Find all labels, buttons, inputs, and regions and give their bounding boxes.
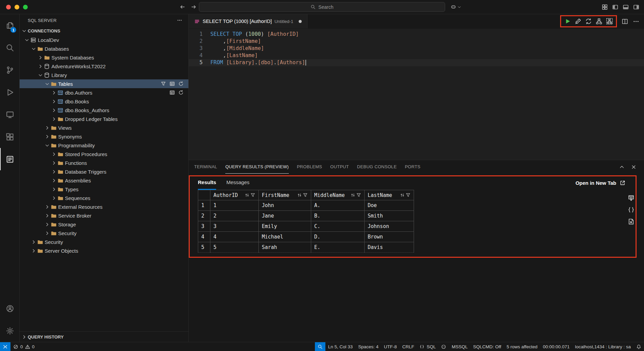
sort-icon[interactable] xyxy=(400,193,405,198)
copilot-menu[interactable] xyxy=(451,4,461,10)
row-number-cell[interactable]: 3 xyxy=(198,221,210,232)
status-zoom[interactable] xyxy=(315,342,325,351)
status-elapsed-time[interactable]: 00:00:00.071 xyxy=(540,342,572,351)
tree-item-storage[interactable]: Storage xyxy=(20,220,188,229)
toggle-primary-sidebar-icon[interactable] xyxy=(612,4,618,10)
close-window-button[interactable] xyxy=(6,5,11,9)
code-editor[interactable]: 1SELECT TOP (1000) [AuthorID]2 ,[FirstNa… xyxy=(189,29,644,160)
row-number-cell[interactable]: 4 xyxy=(198,232,210,242)
tree-item-adventureworkslt2022[interactable]: AdventureWorksLT2022 xyxy=(20,62,188,71)
status-sqlcmd[interactable]: SQLCMD: Off xyxy=(470,342,504,351)
row-number-cell[interactable]: 2 xyxy=(198,211,210,221)
status-copilot-status[interactable] xyxy=(438,342,449,351)
grid-cell[interactable]: 4 xyxy=(210,232,259,242)
disconnect-icon[interactable] xyxy=(575,18,581,25)
status-notifications[interactable] xyxy=(634,342,644,351)
status-indentation[interactable]: Spaces: 4 xyxy=(355,342,381,351)
grid-cell[interactable]: E. xyxy=(311,242,365,253)
maximize-window-button[interactable] xyxy=(23,5,28,9)
status-connection[interactable]: localhost,1434 : Library : sa xyxy=(572,342,634,351)
tree-item-types[interactable]: Types xyxy=(20,185,188,194)
grid-cell[interactable]: Emily xyxy=(259,221,311,232)
tree-item-stored-procedures[interactable]: Stored Procedures xyxy=(20,150,188,158)
status-remote-indicator[interactable] xyxy=(0,342,10,351)
activity-bar-item-extensions[interactable] xyxy=(0,126,19,148)
grid-cell[interactable]: D. xyxy=(311,232,365,242)
grid-cell[interactable]: Brown xyxy=(365,232,414,242)
results-tab-results[interactable]: Results xyxy=(198,176,216,190)
grid-cell[interactable]: Michael xyxy=(259,232,311,242)
grid-cell[interactable]: 5 xyxy=(210,242,259,253)
status-eol[interactable]: CRLF xyxy=(399,342,417,351)
grid-cell[interactable]: Sarah xyxy=(259,242,311,253)
activity-bar-item-search[interactable] xyxy=(0,36,19,59)
status-rows-affected[interactable]: 5 rows affected xyxy=(504,342,540,351)
panel-tab-debug-console[interactable]: DEBUG CONSOLE xyxy=(357,160,397,174)
grid-cell[interactable]: 1 xyxy=(210,200,259,211)
script-table-icon[interactable] xyxy=(169,81,175,86)
sidebar-more-actions-icon[interactable] xyxy=(177,18,182,23)
refresh-icon[interactable] xyxy=(178,90,184,95)
filter-icon[interactable] xyxy=(250,193,255,198)
script-table-icon[interactable] xyxy=(169,90,175,95)
save-as-json-icon[interactable] xyxy=(628,206,635,213)
refresh-icon[interactable] xyxy=(178,81,184,86)
grid-cell[interactable]: B. xyxy=(311,211,365,221)
tree-item-dbo-books[interactable]: dbo.Books xyxy=(20,97,188,106)
status-cursor-position[interactable]: Ln 5, Col 33 xyxy=(325,342,355,351)
back-icon[interactable] xyxy=(180,4,185,10)
tree-item-sequences[interactable]: Sequences xyxy=(20,194,188,202)
query-history-section-header[interactable]: QUERY HISTORY xyxy=(20,331,188,342)
column-header-lastname[interactable]: LastName xyxy=(365,190,414,200)
grid-cell[interactable]: Smith xyxy=(365,211,414,221)
command-center-search[interactable]: Search xyxy=(199,2,445,12)
split-editor-icon[interactable] xyxy=(622,18,628,25)
connections-section-header[interactable]: CONNECTIONS xyxy=(20,26,188,35)
column-header-firstname[interactable]: FirstName xyxy=(259,190,311,200)
grid-cell[interactable]: Jane xyxy=(259,211,311,221)
tree-item-views[interactable]: Views xyxy=(20,123,188,132)
enable-actual-plan-icon[interactable] xyxy=(606,18,613,25)
activity-bar-item-settings[interactable] xyxy=(0,320,19,342)
panel-tab-output[interactable]: OUTPUT xyxy=(330,160,349,174)
tree-item-system-databases[interactable]: System Databases xyxy=(20,53,188,62)
tree-item-tables[interactable]: Tables xyxy=(20,79,188,88)
tree-item-synonyms[interactable]: Synonyms xyxy=(20,132,188,141)
maximize-panel-icon[interactable] xyxy=(619,164,625,170)
sort-icon[interactable] xyxy=(245,193,250,198)
grid-cell[interactable]: 2 xyxy=(210,211,259,221)
editor-tab[interactable]: SELECT TOP (1000) [AuthorID] Untitled-1 xyxy=(189,14,307,28)
panel-tab-problems[interactable]: PROBLEMS xyxy=(297,160,322,174)
save-as-excel-icon[interactable] xyxy=(628,218,635,225)
tree-item-security[interactable]: Security xyxy=(20,229,188,237)
activity-bar-item-explorer[interactable]: 1 xyxy=(0,14,19,36)
status-mssql-provider[interactable]: MSSQL xyxy=(449,342,470,351)
tree-item-security[interactable]: Security xyxy=(20,237,188,246)
panel-tab-query-results-preview[interactable]: QUERY RESULTS (PREVIEW) xyxy=(225,160,289,174)
tree-item-external-resources[interactable]: External Resources xyxy=(20,202,188,211)
sort-icon[interactable] xyxy=(297,193,302,198)
grid-cell[interactable]: Davis xyxy=(365,242,414,253)
activity-bar-item-accounts[interactable] xyxy=(0,297,19,320)
tree-item-library[interactable]: Library xyxy=(20,71,188,79)
toggle-secondary-sidebar-icon[interactable] xyxy=(633,4,639,10)
open-in-new-tab-button[interactable]: Open in New Tab xyxy=(575,176,625,190)
close-panel-icon[interactable] xyxy=(631,164,637,170)
modified-indicator[interactable] xyxy=(299,20,302,23)
activity-bar-item-source-control[interactable] xyxy=(0,59,19,81)
grid-cell[interactable]: C. xyxy=(311,221,365,232)
grid-cell[interactable]: 3 xyxy=(210,221,259,232)
activity-bar-item-sql-server[interactable] xyxy=(0,148,19,170)
status-encoding[interactable]: UTF-8 xyxy=(381,342,399,351)
tree-item-database-triggers[interactable]: Database Triggers xyxy=(20,167,188,176)
grid-cell[interactable]: Johnson xyxy=(365,221,414,232)
filter-icon[interactable] xyxy=(161,81,166,86)
column-header-middlename[interactable]: MiddleName xyxy=(311,190,365,200)
tree-item-server-objects[interactable]: Server Objects xyxy=(20,246,188,255)
filter-icon[interactable] xyxy=(406,193,411,198)
minimize-window-button[interactable] xyxy=(15,5,19,9)
panel-tab-ports[interactable]: PORTS xyxy=(405,160,420,174)
tree-item-programmability[interactable]: Programmability xyxy=(20,141,188,150)
sort-icon[interactable] xyxy=(350,193,355,198)
customize-layout-icon[interactable] xyxy=(602,4,608,10)
